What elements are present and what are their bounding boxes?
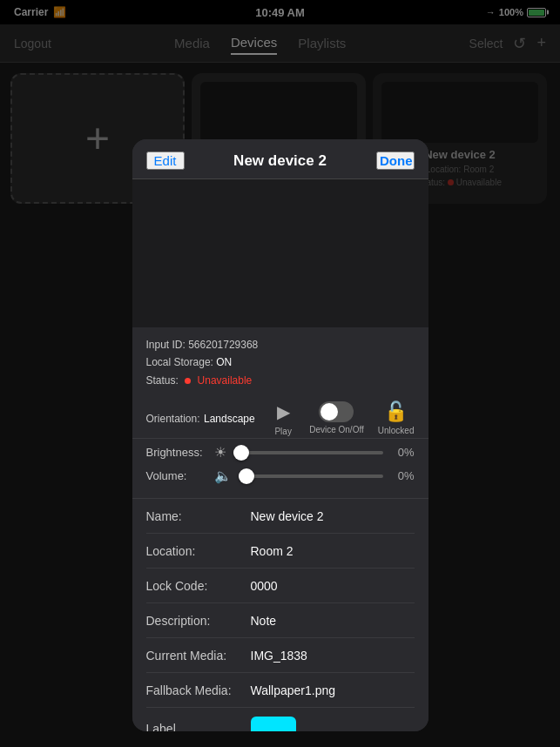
lock-icon[interactable]: 🔓 bbox=[384, 400, 408, 423]
volume-label: Volume: bbox=[146, 469, 207, 482]
toggle-knob bbox=[320, 403, 338, 421]
play-control: ▶ Play bbox=[271, 400, 295, 436]
play-label: Play bbox=[274, 427, 291, 436]
detail-lockcode-value[interactable]: 0000 bbox=[251, 579, 415, 593]
brightness-value: 0% bbox=[390, 446, 415, 459]
brightness-slider[interactable] bbox=[233, 451, 383, 454]
device-controls: ▶ Play Device On/Off 🔓 Unlocked bbox=[271, 400, 414, 436]
detail-lockcode-key: Lock Code: bbox=[146, 579, 251, 593]
detail-description-key: Description: bbox=[146, 614, 251, 628]
volume-thumb bbox=[239, 468, 254, 484]
toggle-label: Device On/Off bbox=[309, 425, 364, 434]
orientation-controls-row: Orientation: Landscape ▶ Play Device On/… bbox=[132, 394, 428, 438]
local-storage-row: Local Storage: ON bbox=[146, 353, 415, 371]
label-color-swatch[interactable] bbox=[251, 717, 296, 731]
brightness-label: Brightness: bbox=[146, 446, 207, 459]
brightness-row: Brightness: ☀ 0% bbox=[146, 444, 415, 461]
volume-value: 0% bbox=[390, 469, 415, 482]
detail-location-value[interactable]: Room 2 bbox=[251, 544, 415, 558]
volume-row: Volume: 🔈 0% bbox=[146, 468, 415, 484]
volume-slider[interactable] bbox=[239, 474, 383, 478]
modal-header: Edit New device 2 Done bbox=[132, 139, 428, 179]
detail-currentmedia-row: Current Media: IMG_1838 bbox=[146, 638, 415, 673]
detail-label-row: Label bbox=[146, 708, 415, 731]
device-info: Input ID: 566201729368 Local Storage: ON… bbox=[132, 327, 428, 394]
detail-location-row: Location: Room 2 bbox=[146, 534, 415, 569]
local-storage-label: Local Storage: bbox=[146, 356, 213, 368]
brightness-icon: ☀ bbox=[214, 444, 226, 461]
orientation-info: Orientation: Landscape bbox=[146, 410, 255, 426]
detail-fallbackmedia-value[interactable]: Wallpaper1.png bbox=[251, 683, 415, 697]
modal-overlay: Edit New device 2 Done Input ID: 5662017… bbox=[0, 0, 560, 747]
detail-fallbackmedia-row: Fallback Media: Wallpaper1.png bbox=[146, 673, 415, 708]
status-dot-modal bbox=[185, 378, 191, 384]
detail-label-key: Label bbox=[146, 722, 251, 731]
orientation-label: Orientation: bbox=[146, 413, 200, 425]
status-value: Unavailable bbox=[198, 374, 253, 387]
device-toggle-control: Device On/Off bbox=[309, 401, 364, 434]
input-id-label: Input ID: 566201729368 bbox=[146, 339, 259, 351]
detail-description-row: Description: Note bbox=[146, 603, 415, 638]
detail-currentmedia-value[interactable]: IMG_1838 bbox=[251, 649, 415, 663]
modal-done-button[interactable]: Done bbox=[376, 151, 415, 170]
lock-label: Unlocked bbox=[378, 426, 415, 435]
detail-lockcode-row: Lock Code: 0000 bbox=[146, 569, 415, 603]
detail-currentmedia-key: Current Media: bbox=[146, 649, 251, 663]
modal-title: New device 2 bbox=[185, 152, 376, 170]
device-preview bbox=[132, 179, 428, 327]
play-button[interactable]: ▶ bbox=[271, 400, 295, 424]
detail-name-value[interactable]: New device 2 bbox=[251, 509, 415, 523]
detail-name-row: Name: New device 2 bbox=[146, 499, 415, 534]
status-label: Status: bbox=[146, 374, 179, 387]
device-toggle[interactable] bbox=[319, 401, 354, 422]
details-section: Name: New device 2 Location: Room 2 Lock… bbox=[132, 498, 428, 731]
volume-icon: 🔈 bbox=[214, 468, 232, 484]
input-id-row: Input ID: 566201729368 bbox=[146, 336, 415, 353]
detail-name-key: Name: bbox=[146, 509, 251, 523]
detail-fallbackmedia-key: Fallback Media: bbox=[146, 683, 251, 697]
detail-description-value[interactable]: Note bbox=[251, 614, 415, 628]
local-storage-value: ON bbox=[216, 356, 232, 368]
sliders-section: Brightness: ☀ 0% Volume: 🔈 0% bbox=[132, 438, 428, 498]
status-row: Status: Unavailable bbox=[146, 372, 415, 389]
orientation-value: Landscape bbox=[204, 413, 255, 425]
device-detail-modal: Edit New device 2 Done Input ID: 5662017… bbox=[132, 139, 428, 731]
lock-control: 🔓 Unlocked bbox=[378, 400, 415, 435]
detail-location-key: Location: bbox=[146, 544, 251, 558]
brightness-thumb bbox=[233, 445, 249, 461]
modal-edit-button[interactable]: Edit bbox=[146, 151, 185, 170]
